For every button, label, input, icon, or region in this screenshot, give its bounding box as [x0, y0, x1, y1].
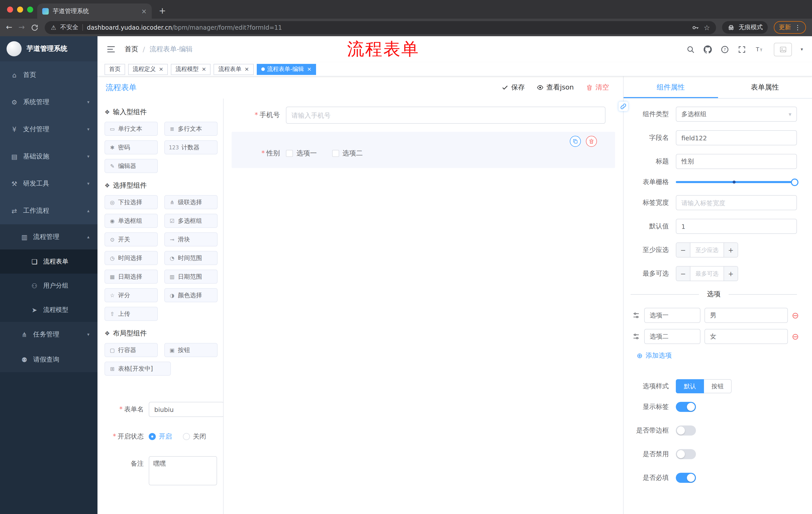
- sidebar-item[interactable]: ⌂首页: [0, 61, 97, 88]
- help-icon[interactable]: ?: [721, 45, 729, 54]
- slider-handle[interactable]: [791, 178, 799, 186]
- toggle-switch[interactable]: [676, 449, 696, 459]
- tag[interactable]: 首页: [105, 64, 125, 75]
- component-item[interactable]: ☆评分: [105, 288, 158, 302]
- component-item[interactable]: ◑颜色选择: [164, 288, 218, 302]
- tag[interactable]: 流程定义×: [128, 64, 168, 75]
- delete-component-button[interactable]: [586, 136, 597, 147]
- sidebar-item[interactable]: ¥支付管理▾: [0, 116, 97, 143]
- radio-status-on[interactable]: 开启: [149, 432, 172, 441]
- min-select-stepper[interactable]: −至少应选+: [676, 242, 738, 258]
- option-value-input[interactable]: [704, 329, 788, 344]
- component-item[interactable]: ◔时间范围: [164, 251, 218, 265]
- add-option-button[interactable]: ⊕添加选项: [637, 351, 672, 360]
- link-icon[interactable]: [618, 102, 628, 111]
- view-json-button[interactable]: 查看json: [537, 83, 574, 92]
- remove-option-icon[interactable]: ⊖: [792, 311, 799, 320]
- title-input[interactable]: [676, 154, 797, 169]
- breadcrumb-home[interactable]: 首页: [125, 45, 138, 54]
- update-button[interactable]: 更新 ⋮: [774, 21, 806, 34]
- minus-icon[interactable]: −: [676, 243, 690, 257]
- component-item[interactable]: ⊙开关: [105, 232, 158, 246]
- default-value-input[interactable]: [676, 219, 797, 234]
- back-button[interactable]: ←: [6, 24, 12, 31]
- component-item[interactable]: ◎下拉选择: [105, 195, 158, 209]
- component-item[interactable]: ⊸滑块: [164, 232, 218, 246]
- component-item[interactable]: ▭单行文本: [105, 122, 158, 136]
- sidebar-item[interactable]: ▤基础设施▾: [0, 143, 97, 170]
- component-type-select[interactable]: 多选框组▾: [676, 107, 797, 122]
- option-label-input[interactable]: [644, 308, 700, 323]
- window-minimize-button[interactable]: [17, 6, 23, 12]
- sidebar-item[interactable]: ⇄工作流程▴: [0, 197, 97, 224]
- sidebar-item[interactable]: ⚙系统管理▾: [0, 88, 97, 116]
- component-item[interactable]: ▥日期范围: [164, 270, 218, 283]
- copy-component-button[interactable]: [570, 136, 581, 147]
- slider-track[interactable]: [676, 181, 797, 183]
- new-tab-button[interactable]: +: [159, 5, 166, 16]
- toggle-switch[interactable]: [676, 402, 696, 412]
- form-canvas[interactable]: *手机号 *性别 选项一选项二: [224, 99, 623, 514]
- component-item[interactable]: ▦日期选择: [105, 270, 158, 283]
- style-default-button[interactable]: 默认: [676, 379, 704, 393]
- font-size-icon[interactable]: TT: [755, 45, 763, 54]
- option-value-input[interactable]: [704, 308, 788, 323]
- user-avatar[interactable]: [774, 43, 792, 56]
- reload-button[interactable]: [31, 23, 39, 31]
- gender-field-selected[interactable]: *性别 选项一选项二: [232, 132, 615, 168]
- grid-slider[interactable]: [676, 179, 797, 186]
- phone-field[interactable]: *手机号: [232, 107, 615, 124]
- style-button-button[interactable]: 按钮: [704, 379, 732, 393]
- sidebar-toggle-icon[interactable]: [107, 45, 116, 54]
- toggle-switch[interactable]: [676, 426, 696, 436]
- close-icon[interactable]: ×: [141, 7, 147, 15]
- component-item[interactable]: ▢行容器: [105, 343, 158, 357]
- component-item[interactable]: 123计数器: [164, 140, 218, 154]
- search-icon[interactable]: [687, 45, 695, 54]
- component-item[interactable]: ⊞表格[开发中]: [105, 361, 171, 376]
- app-logo[interactable]: 芋道管理系统: [0, 36, 97, 61]
- form-remark-textarea[interactable]: 嘿嘿: [149, 456, 217, 485]
- tag[interactable]: 流程表单×: [214, 64, 254, 75]
- tag-active[interactable]: 流程表单-编辑×: [257, 64, 316, 75]
- max-select-stepper[interactable]: −最多可选+: [676, 266, 738, 281]
- toggle-switch[interactable]: [676, 473, 696, 483]
- sidebar-item[interactable]: ⚉请假查询: [0, 347, 97, 372]
- phone-input[interactable]: [286, 107, 606, 124]
- forward-button[interactable]: →: [18, 24, 25, 31]
- label-width-input[interactable]: [676, 195, 797, 210]
- sidebar-item[interactable]: ⋔任务管理▾: [0, 322, 97, 347]
- minus-icon[interactable]: −: [676, 267, 690, 281]
- clear-button[interactable]: 清空: [586, 83, 609, 92]
- close-icon[interactable]: ×: [307, 66, 312, 73]
- tag[interactable]: 流程模型×: [171, 64, 210, 75]
- plus-icon[interactable]: +: [724, 243, 737, 257]
- component-item[interactable]: ◷时间选择: [105, 251, 158, 265]
- close-icon[interactable]: ×: [244, 66, 249, 73]
- sidebar-item[interactable]: ➤流程模型: [0, 298, 97, 322]
- component-item[interactable]: ⋔级联选择: [164, 195, 218, 209]
- checkbox-option[interactable]: 选项二: [332, 149, 363, 158]
- address-bar[interactable]: ⚠ 不安全 dashboard.yudao.iocoder.cn/bpm/man…: [45, 21, 716, 34]
- component-item[interactable]: ≣多行文本: [164, 122, 218, 136]
- drag-handle-icon[interactable]: [632, 311, 640, 319]
- bookmark-star-icon[interactable]: ☆: [704, 23, 710, 31]
- save-button[interactable]: 保存: [502, 83, 525, 92]
- tab-form-props[interactable]: 表单属性: [718, 77, 812, 98]
- close-icon[interactable]: ×: [159, 66, 163, 73]
- plus-icon[interactable]: +: [724, 267, 737, 281]
- option-label-input[interactable]: [644, 329, 700, 344]
- fullscreen-icon[interactable]: [738, 45, 747, 54]
- component-item[interactable]: ⇧上传: [105, 307, 158, 321]
- checkbox[interactable]: [332, 150, 339, 157]
- browser-tab[interactable]: 芋道管理系统 ×: [37, 3, 152, 19]
- sidebar-item[interactable]: ⚒研发工具▾: [0, 170, 97, 197]
- drag-handle-icon[interactable]: [632, 332, 640, 341]
- menu-kebab-icon[interactable]: ⋮: [794, 24, 801, 31]
- form-name-input[interactable]: [149, 402, 224, 417]
- key-icon[interactable]: [692, 23, 700, 31]
- sidebar-item[interactable]: ❏流程表单: [0, 249, 97, 274]
- window-zoom-button[interactable]: [27, 6, 33, 12]
- close-icon[interactable]: ×: [202, 66, 206, 73]
- remove-option-icon[interactable]: ⊖: [792, 332, 799, 341]
